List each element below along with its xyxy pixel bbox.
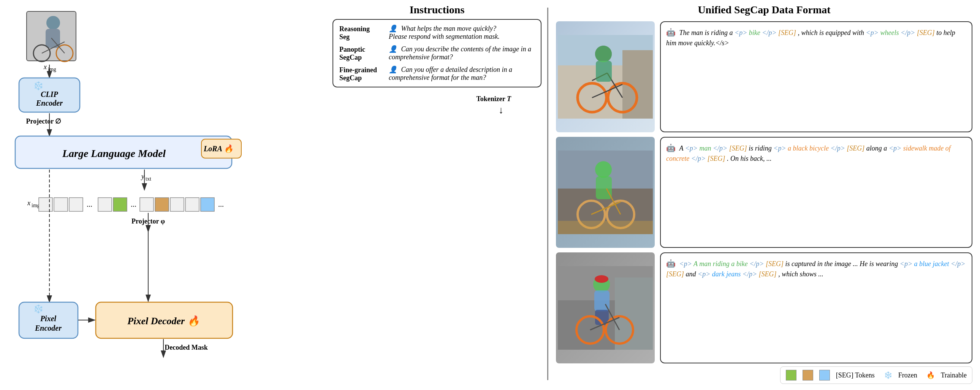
svg-text:txt: txt: [146, 176, 151, 182]
p-tag-3d: </p>: [951, 260, 965, 267]
caption-box-1: 🤖 The man is riding a <p> bike </p> [SEG…: [660, 21, 972, 132]
svg-rect-2: [46, 29, 60, 48]
p-tag-1c: <p>: [866, 29, 878, 37]
svg-rect-10: [19, 78, 80, 112]
svg-point-4: [56, 45, 73, 62]
svg-text:...: ...: [87, 200, 92, 208]
svg-rect-32: [140, 197, 154, 211]
svg-text:CLIP: CLIP: [41, 90, 58, 99]
svg-rect-0: [27, 11, 76, 61]
svg-rect-18: [201, 139, 241, 158]
right-image-1: [556, 21, 655, 132]
svg-rect-68: [596, 177, 612, 199]
p-tag-2c: <p>: [773, 145, 786, 152]
seg-token-2a: [SEG]: [729, 145, 747, 152]
instruction-row-finegrained: Fine-grainedSegCap 👤 Can you offer a det…: [339, 65, 535, 82]
svg-point-67: [595, 161, 612, 178]
tokenizer-arrow: ↓: [498, 105, 503, 116]
svg-point-84: [595, 275, 608, 283]
instr-label-finegrained: Fine-grainedSegCap: [339, 65, 389, 82]
p-tag-3a: <p>: [679, 260, 692, 267]
svg-text:...: ...: [218, 200, 224, 208]
instructions-title: Instructions: [332, 4, 541, 16]
caption-text-3: <p> A man riding a bike </p> [SEG] is ca…: [666, 260, 965, 278]
svg-rect-47: [96, 302, 232, 338]
instructions-box: ReasoningSeg 👤 What helps the man move q…: [332, 19, 541, 88]
p-tag-2f: </p>: [691, 155, 706, 162]
person-icon-3: 👤: [389, 66, 397, 73]
highlight-wheels-1: wheels: [880, 29, 900, 37]
p-tag-3f: </p>: [743, 270, 757, 278]
tokenizer-label: Tokenizer T: [476, 95, 511, 103]
p-tag-1b: </p>: [762, 29, 776, 37]
svg-rect-36: [200, 197, 214, 211]
svg-text:img: img: [48, 67, 56, 72]
seg-token-2b: [SEG]: [846, 145, 864, 152]
instr-text-finegrained: 👤 Can you offer a detailed description i…: [389, 65, 535, 82]
legend: [SEG] Tokens ❄️ Frozen 🔥 Trainable: [780, 366, 972, 384]
highlight-bike-1: bike: [749, 29, 762, 37]
legend-blue: [819, 370, 830, 380]
caption-text-1: The man is riding a <p> bike </p> [SEG] …: [666, 29, 955, 47]
legend-tan: [803, 370, 813, 380]
svg-line-6: [51, 38, 65, 53]
svg-text:Pixel Decoder 🔥: Pixel Decoder 🔥: [127, 315, 202, 327]
right-image-3: [556, 252, 655, 363]
svg-point-1: [46, 16, 60, 30]
instr-label-reasoning: ReasoningSeg: [339, 24, 389, 41]
svg-text:Projector ∅: Projector ∅: [26, 118, 62, 125]
right-panel: Unified SegCap Data Format: [548, 0, 980, 390]
svg-text:LoRA 🔥: LoRA 🔥: [203, 144, 235, 153]
svg-text:x: x: [43, 63, 47, 71]
svg-rect-26: [54, 197, 68, 211]
instr-text-panoptic: 👤 Can you describe the contents of the i…: [389, 45, 535, 61]
p-tag-2d: </p>: [830, 145, 845, 152]
legend-green: [786, 370, 797, 380]
p-tag-1a: <p>: [735, 29, 747, 37]
svg-rect-16: [15, 136, 232, 169]
svg-rect-25: [39, 197, 52, 211]
image-column: [556, 21, 655, 363]
svg-rect-42: [19, 302, 78, 338]
right-image-2: [556, 137, 655, 248]
instr-label-panoptic: PanopticSegCap: [339, 45, 389, 62]
seg-token-1b: [SEG]: [917, 29, 935, 37]
svg-text:img: img: [32, 202, 40, 208]
middle-panel: Instructions ReasoningSeg 👤 What helps t…: [327, 0, 547, 390]
svg-text:❄️: ❄️: [33, 81, 44, 91]
svg-rect-27: [69, 197, 83, 211]
instr-text-reasoning: 👤 What helps the man move quickly?Please…: [389, 24, 535, 41]
svg-rect-33: [155, 197, 169, 211]
robot-icon-2: 🤖: [666, 144, 676, 152]
svg-text:Large Language Model: Large Language Model: [62, 148, 165, 159]
legend-frozen-icon: ❄️: [884, 371, 892, 379]
legend-trainable-label: Trainable: [941, 371, 967, 379]
text-column: 🤖 The man is riding a <p> bike </p> [SEG…: [660, 21, 972, 363]
svg-rect-30: [113, 197, 127, 211]
svg-text:x: x: [27, 199, 30, 207]
svg-rect-76: [615, 277, 653, 350]
left-panel: x img ❄️ CLIP Encoder Projector ∅ Large …: [0, 0, 327, 390]
seg-token-1a: [SEG]: [778, 29, 796, 37]
svg-rect-64: [596, 61, 612, 82]
svg-rect-29: [98, 197, 112, 211]
seg-token-3c: [SEG]: [759, 270, 777, 278]
p-tag-1d: </p>: [900, 29, 915, 37]
legend-trainable-icon: 🔥: [926, 371, 935, 379]
instruction-row-panoptic: PanopticSegCap 👤 Can you describe the co…: [339, 45, 535, 62]
robot-icon-3: 🤖: [666, 259, 676, 267]
p-tag-3c: <p>: [900, 260, 912, 267]
svg-text:Encoder: Encoder: [36, 99, 63, 107]
svg-text:❄️: ❄️: [33, 304, 44, 314]
instruction-row-reasoning: ReasoningSeg 👤 What helps the man move q…: [339, 24, 535, 41]
svg-rect-35: [185, 197, 199, 211]
swatch-green: [786, 370, 797, 380]
svg-text:Projector φ: Projector φ: [132, 217, 165, 225]
svg-point-3: [33, 45, 50, 62]
highlight-bicycle-2: a black bicycle: [788, 145, 830, 152]
p-tag-3b: </p>: [749, 260, 764, 267]
right-content: 🤖 The man is riding a <p> bike </p> [SEG…: [556, 21, 972, 363]
architecture-diagram: x img ❄️ CLIP Encoder Projector ∅ Large …: [8, 8, 258, 380]
svg-rect-73: [558, 221, 653, 234]
highlight-jacket-3: a blue jacket: [914, 260, 951, 267]
